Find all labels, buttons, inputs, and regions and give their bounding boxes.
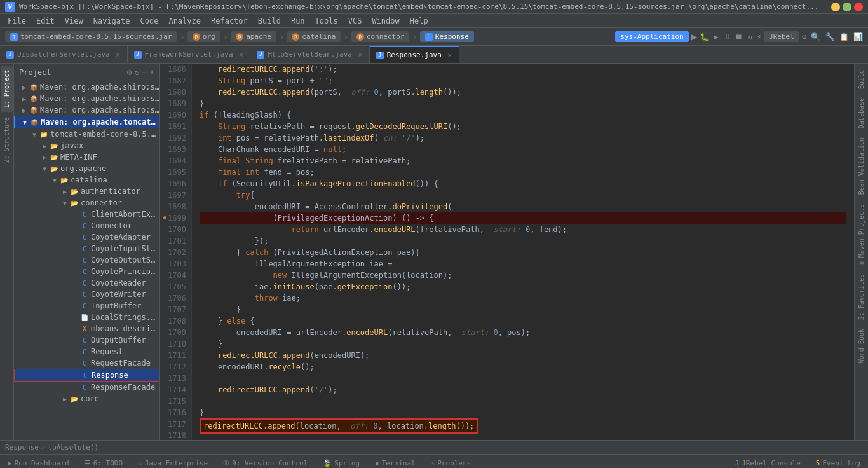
nav-connector[interactable]: p connector [351, 31, 410, 42]
tree-orgapache[interactable]: ▼ 📂 org.apache [14, 163, 159, 174]
tree-request[interactable]: ▶ C Request [14, 346, 159, 357]
vtab-beanvalidation[interactable]: Bean Validation [855, 134, 867, 198]
vtab-maven[interactable]: m Maven Projects [855, 200, 867, 269]
menu-item-help[interactable]: Help [405, 15, 433, 27]
tree-coyoteinput[interactable]: ▶ C CoyoteInputStream [14, 243, 159, 254]
code-line-1701: }); [200, 235, 846, 247]
vtab-project[interactable]: 1: Project [1, 66, 13, 112]
menu-item-analyze[interactable]: Analyze [163, 15, 206, 27]
nav-response[interactable]: C Response [420, 31, 474, 42]
btab-terminal[interactable]: ▪ Terminal [367, 455, 423, 468]
tree-connector[interactable]: ▼ 📂 connector [14, 197, 159, 209]
nav-catalina[interactable]: p catalina [287, 31, 341, 42]
maximize-button[interactable] [843, 3, 851, 11]
tree-mbeans[interactable]: ▶ X mbeans-descriptors.xml [14, 323, 159, 334]
menu-item-view[interactable]: View [60, 15, 88, 27]
tree-coyoteprincipal[interactable]: ▶ C CoyotePrincipal [14, 266, 159, 277]
tab-close-3[interactable]: × [358, 50, 363, 59]
tree-tomcat-embed[interactable]: ▼ 📦 Maven: org.apache.tomcat.embed:tomca… [14, 116, 159, 128]
tree-coyoteoutput[interactable]: ▶ C CoyoteOutputStream [14, 254, 159, 266]
class-icon-inputbuffer: C [80, 301, 89, 310]
menu-item-tools[interactable]: Tools [310, 15, 343, 27]
tree-shiro-web[interactable]: ▶ 📦 Maven: org.apache.shiro:shiro-web:1.… [14, 104, 159, 116]
tree-connector-class[interactable]: ▶ C Connector [14, 220, 159, 231]
btab-rundashboard[interactable]: ▶ Run Dashboard [0, 455, 77, 468]
menu-item-run[interactable]: Run [286, 15, 310, 27]
menu-item-vcs[interactable]: VCS [343, 15, 367, 27]
tree-catalina[interactable]: ▼ 📂 catalina [14, 174, 159, 186]
vtab-favorites[interactable]: 2: Favorites [855, 270, 867, 324]
breadcrumb-response[interactable]: Response [5, 443, 39, 451]
tab-httpservletbean[interactable]: J HttpServletBean.java × [250, 46, 369, 63]
code-content: 1686 1687 1688 1689 1690 1691 1692 1693 … [160, 64, 854, 440]
nav-org-label: org [203, 32, 215, 41]
menu-item-build[interactable]: Build [253, 15, 286, 27]
run-icon[interactable]: ▶ [691, 31, 698, 43]
tree-shiro-lang-1[interactable]: ▶ 📦 Maven: org.apache.shiro:shiro-lang:1… [14, 81, 159, 93]
breadcrumb-toabsolute[interactable]: toAbsolute() [48, 443, 98, 451]
vtab-database[interactable]: Database [855, 94, 867, 132]
menu-item-window[interactable]: Window [367, 15, 404, 27]
sidebar-settings-icon[interactable]: ⚙ [127, 67, 132, 77]
vtab-structure[interactable]: 2: Structure [1, 113, 13, 167]
btab-todo-label: 6: TODO [93, 459, 123, 467]
menu-item-code[interactable]: Code [135, 15, 164, 27]
nav-jar[interactable]: j tomcat-embed-core-8.5.15-sources.jar [5, 31, 177, 42]
menu-item-refactor[interactable]: Refactor [206, 15, 253, 27]
tree-jar-root[interactable]: ▼ 📁 tomcat-embed-core-8.5.15.jar library… [14, 128, 159, 140]
sidebar-expand-icon[interactable]: + [149, 67, 154, 77]
tree-core[interactable]: ▶ 📂 core [14, 393, 159, 404]
tab-close-4[interactable]: × [447, 51, 452, 59]
vtab-wordbook[interactable]: Word Book [855, 325, 867, 367]
tree-responsefacade[interactable]: ▶ C ResponseFacade [14, 382, 159, 393]
btab-javaenterprise[interactable]: ☕ Java Enterprise [130, 455, 215, 468]
tree-requestfacade[interactable]: ▶ C RequestFacade [14, 357, 159, 369]
tree-shiro-lang-2[interactable]: ▶ 📦 Maven: org.apache.shiro:shiro-lang:1… [14, 93, 159, 104]
maven-icon-4: 📦 [30, 118, 39, 127]
code-lines[interactable]: redirectURLCC.append(':'); String portS … [192, 64, 854, 440]
btab-problems[interactable]: ⚠ Problems [423, 455, 479, 468]
btab-eventlog[interactable]: 5 Event Log [808, 455, 868, 468]
nav-catalina-label: catalina [302, 32, 336, 41]
btab-jrebel-console[interactable]: J JRebel Console [727, 455, 808, 468]
tree-arrow-8: ▼ [39, 165, 50, 172]
tree-javax[interactable]: ▶ 📂 javax [14, 140, 159, 151]
tree-authenticator[interactable]: ▶ 📂 authenticator [14, 186, 159, 197]
btab-spring[interactable]: 🍃 Spring [315, 455, 367, 468]
tree-localstrings[interactable]: ▶ 📄 LocalStrings.properties [14, 312, 159, 323]
nav-apache[interactable]: p apache [231, 31, 276, 42]
tree-inputbuffer[interactable]: ▶ C InputBuffer [14, 300, 159, 312]
menu-item-edit[interactable]: Edit [31, 15, 60, 27]
code-editor[interactable]: 1686 1687 1688 1689 1690 1691 1692 1693 … [160, 64, 854, 440]
tab-response[interactable]: J Response.java × [370, 46, 459, 63]
btab-todo[interactable]: ☰ 6: TODO [77, 455, 130, 468]
tree-response[interactable]: ▶ C Response [14, 369, 159, 382]
class-icon-outputbuffer: C [80, 336, 89, 345]
btab-versioncontrol[interactable]: ⑨ 9: Version Control [215, 455, 315, 468]
vtab-build[interactable]: Build [855, 66, 867, 93]
tree-coyotewriter[interactable]: ▶ C CoyoteWriter [14, 289, 159, 300]
tree-coyoteadapter[interactable]: ▶ C CoyoteAdapter [14, 231, 159, 243]
tree-clientabort[interactable]: ▶ C ClientAbortException [14, 209, 159, 220]
bottom-tabs: ▶ Run Dashboard ☰ 6: TODO ☕ Java Enterpr… [0, 454, 868, 468]
tab-frameworkservlet[interactable]: J FrameworkServlet.java × [128, 46, 251, 63]
menu-item-navigate[interactable]: Navigate [88, 15, 135, 27]
tree-metainf[interactable]: ▶ 📂 META-INF [14, 151, 159, 163]
minimize-button[interactable] [831, 3, 840, 11]
sys-application-pill[interactable]: sys-Application [615, 31, 688, 42]
jar-icon: j [10, 33, 18, 41]
nav-org[interactable]: p org [187, 31, 220, 42]
tab-close-2[interactable]: × [239, 50, 244, 59]
menu-item-file[interactable]: File [3, 15, 31, 27]
code-line-1712: encodedURI.recycle(); [200, 361, 846, 373]
pkg-icon-connector: 📂 [70, 198, 79, 207]
tab-dispatcherservlet[interactable]: J DispatcherServlet.java × [0, 46, 128, 63]
sidebar-collapse-icon[interactable]: − [142, 67, 147, 77]
tree-outputbuffer[interactable]: ▶ C OutputBuffer [14, 334, 159, 346]
tab-close-1[interactable]: × [116, 50, 121, 59]
sidebar-sync-icon[interactable]: ↻ [135, 67, 140, 77]
close-button[interactable] [854, 3, 863, 11]
tree-coyotereader[interactable]: ▶ C CoyoteReader [14, 277, 159, 289]
code-text-1709: encodedURI = urlEncoder.encodeURL(relati… [200, 327, 530, 338]
jrebel-pill[interactable]: JRebel [764, 31, 799, 42]
